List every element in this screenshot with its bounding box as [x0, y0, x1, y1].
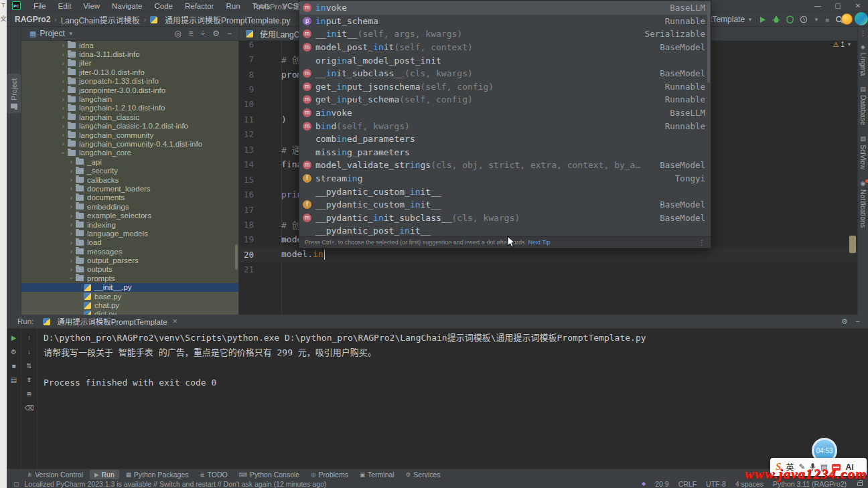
menu-code[interactable]: Code — [148, 2, 179, 10]
print-icon[interactable]: ≣ — [26, 390, 31, 398]
tree-item-langchain_community[interactable]: ›langchain_community — [21, 131, 238, 139]
debug-button[interactable] — [772, 15, 780, 23]
floating-app-icon-teal[interactable] — [855, 12, 868, 25]
tree-item-callbacks[interactable]: ›callbacks — [21, 175, 238, 184]
tree-chevron-icon[interactable]: › — [59, 78, 68, 85]
collapse-all-icon[interactable]: ÷ — [201, 27, 206, 41]
tree-chevron-icon[interactable]: › — [59, 42, 68, 49]
menu-view[interactable]: View — [77, 2, 106, 10]
tree-item-__init__.py[interactable]: __init__.py — [21, 283, 238, 292]
locate-file-icon[interactable]: ◎ — [174, 27, 181, 41]
hide-panel-icon[interactable]: − — [227, 27, 232, 41]
tree-chevron-icon[interactable]: › — [67, 185, 76, 192]
tree-item-dict.py[interactable]: dict.py — [21, 310, 238, 315]
caret-position[interactable]: 20:9 — [655, 480, 668, 488]
maximize-button[interactable]: ▢ — [828, 0, 848, 12]
stripe-tab-lingma[interactable]: ◈Lingma — [859, 44, 867, 76]
completion-item-__pydantic_post_init__[interactable]: __pydantic_post_init__ — [299, 224, 711, 236]
settings-icon[interactable]: ⚙ — [212, 27, 220, 41]
dump-threads-icon[interactable]: ▤ — [11, 376, 17, 384]
completion-item-__init__[interactable]: m__init__(self, args, kwargs)Serializabl… — [299, 27, 711, 41]
tree-chevron-icon[interactable]: › — [67, 221, 76, 228]
completion-item-__init_subclass__[interactable]: m__init_subclass__(cls, kwargs)BaseModel — [299, 67, 711, 80]
toolwindow-button-python-console[interactable]: ⌨Python Console — [234, 470, 304, 479]
tree-item-documents[interactable]: ›documents — [21, 193, 238, 202]
tree-item-output_parsers[interactable]: ›output_parsers — [21, 256, 238, 264]
tree-item-prompts[interactable]: ›prompts — [21, 274, 238, 282]
tree-chevron-icon[interactable]: › — [59, 131, 68, 139]
tree-chevron-icon[interactable]: › — [59, 123, 68, 130]
tree-item-load[interactable]: ›load — [21, 238, 238, 247]
line-separator[interactable]: CRLF — [678, 480, 697, 488]
tree-item-embeddings[interactable]: ›embeddings — [21, 202, 238, 211]
tree-chevron-icon[interactable]: › — [67, 248, 76, 255]
stop-icon[interactable]: ■ — [11, 362, 15, 370]
editor-scrollbar-thumb[interactable] — [849, 236, 856, 253]
tree-item-jsonpointer-3.0.0.dist-info[interactable]: ›jsonpointer-3.0.0.dist-info — [21, 86, 238, 94]
completion-item-ainvoke[interactable]: mainvokeBaseLLM — [299, 106, 711, 120]
tree-chevron-icon[interactable]: › — [67, 257, 76, 264]
edit-configuration-icon[interactable]: ⚙ — [11, 348, 17, 355]
tree-chevron-icon[interactable]: › — [59, 51, 68, 58]
tree-item-langchain_classic[interactable]: ›langchain_classic — [21, 112, 238, 121]
profiler-button[interactable] — [800, 15, 808, 23]
tree-chevron-icon[interactable]: › — [67, 194, 76, 201]
completion-item-__pydantic_custom_init__[interactable]: __pydantic_custom_init__ — [299, 185, 711, 198]
run-button[interactable] — [759, 16, 766, 23]
toolwindow-button-python-packages[interactable]: ▦Python Packages — [121, 470, 194, 479]
inspections-widget[interactable]: ⚠ 1 ▼ — [833, 41, 852, 48]
stripe-tab-sciview[interactable]: ▧SciView — [859, 135, 867, 169]
tree-chevron-icon[interactable]: › — [67, 212, 76, 220]
tree-item-idna-3.11.dist-info[interactable]: ›idna-3.11.dist-info — [21, 50, 238, 58]
toolwindow-button-version-control[interactable]: ⋔Version Control — [23, 470, 88, 479]
clear-all-icon[interactable]: ⌫ — [24, 404, 33, 412]
completion-item-streaming[interactable]: fstreamingTongyi — [299, 172, 711, 185]
breadcrumb-item[interactable]: 通用提示词模板PromptTemplate.py — [165, 14, 290, 25]
down-stack-trace-icon[interactable]: ↓ — [27, 348, 31, 355]
stripe-tab-database[interactable]: ▤Database — [859, 86, 867, 125]
chevron-down-icon[interactable]: ▼ — [814, 17, 819, 23]
tree-item-_security[interactable]: ›_security — [21, 166, 238, 175]
tree-item-_api[interactable]: ›_api — [21, 157, 238, 166]
stop-button[interactable]: ■ — [825, 16, 829, 23]
rerun-icon[interactable]: ▶ — [11, 334, 17, 341]
completion-item-model_post_init[interactable]: mmodel_post_init(self, context)BaseModel — [299, 41, 711, 54]
completion-item-__pydantic_custom_init__[interactable]: f__pydantic_custom_init__BaseModel — [299, 198, 711, 212]
tree-chevron-icon[interactable]: › — [68, 274, 75, 282]
expand-all-icon[interactable]: ≡ — [189, 27, 194, 41]
soft-wrap-icon[interactable]: ⇅ — [26, 362, 31, 370]
run-console-output[interactable]: D:\python_pro\RAGPro2\venv\Scripts\pytho… — [44, 331, 857, 467]
completion-item-original_model_post_init[interactable]: original_model_post_init — [299, 54, 711, 67]
status-message[interactable]: Localized PyCharm 2023.1.3 is available … — [25, 480, 327, 488]
tree-item-langchain_community-0.4.1.dist-info[interactable]: ›langchain_community-0.4.1.dist-info — [21, 139, 238, 148]
completion-item-input_schema[interactable]: pinput_schemaRunnable — [299, 15, 711, 28]
tree-chevron-icon[interactable]: › — [67, 230, 76, 237]
menu-run[interactable]: Run — [220, 2, 246, 10]
tree-item-jiter[interactable]: ›jiter — [21, 59, 238, 68]
scroll-to-end-icon[interactable]: ⇟ — [26, 376, 31, 384]
tree-item-language_models[interactable]: ›language_models — [21, 229, 238, 238]
tree-chevron-icon[interactable]: › — [59, 86, 68, 94]
chevron-down-icon[interactable]: ▼ — [68, 31, 74, 37]
tree-item-example_selectors[interactable]: ›example_selectors — [21, 211, 238, 220]
settings-icon[interactable]: ⚙ — [841, 317, 848, 326]
completion-item-model_validate_strings[interactable]: mmodel_validate_strings(cls, obj, strict… — [299, 159, 711, 172]
popup-scrollbar[interactable] — [707, 3, 710, 83]
tree-chevron-icon[interactable]: › — [59, 60, 68, 67]
menu-refactor[interactable]: Refactor — [179, 2, 220, 10]
toolwindow-button-terminal[interactable]: ▣Terminal — [355, 470, 399, 479]
tree-item-langchain[interactable]: ›langchain — [21, 94, 238, 103]
toolwindow-button-run[interactable]: ▶Run — [90, 470, 119, 479]
run-tab[interactable]: 通用提示词模板PromptTemplate ✕ — [43, 316, 177, 327]
tree-chevron-icon[interactable]: › — [67, 167, 76, 175]
completion-item-invoke[interactable]: minvokeBaseLLM — [299, 1, 711, 15]
tree-item-indexing[interactable]: ›indexing — [21, 220, 238, 229]
breadcrumb-item[interactable]: RAGPro2 — [15, 15, 50, 24]
stripe-tab-notifications[interactable]: ◉Notifications — [859, 180, 867, 228]
completion-item-get_input_schema[interactable]: mget_input_schema(self, config)Runnable — [299, 93, 711, 106]
run-with-coverage-button[interactable] — [786, 15, 794, 23]
tree-chevron-icon[interactable]: › — [67, 239, 76, 246]
next-tip-link[interactable]: Next Tip — [528, 239, 550, 246]
completion-item-get_input_jsonschema[interactable]: mget_input_jsonschema(self, config)Runna… — [299, 80, 711, 94]
menu-navigate[interactable]: Navigate — [106, 2, 148, 10]
